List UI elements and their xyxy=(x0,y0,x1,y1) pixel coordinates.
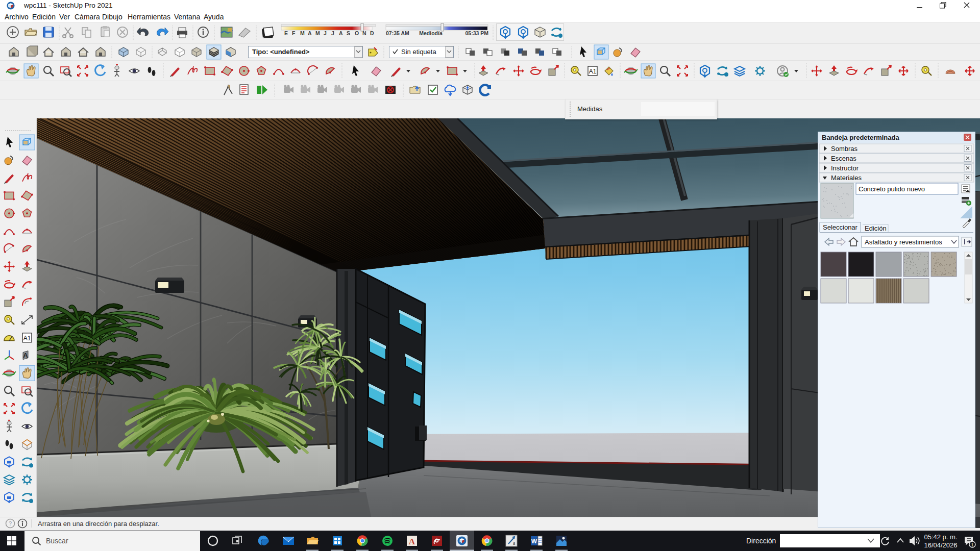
svg-text:05:33 PM: 05:33 PM xyxy=(465,30,488,36)
svg-text:M: M xyxy=(315,30,320,36)
svg-text:A1: A1 xyxy=(589,68,597,75)
svg-text:?: ? xyxy=(9,520,12,527)
svg-text:Arrastra en una dirección para: Arrastra en una dirección para desplazar… xyxy=(38,520,159,528)
svg-text:Bandeja predeterminada: Bandeja predeterminada xyxy=(822,134,899,141)
svg-text:F: F xyxy=(292,30,296,36)
svg-text:J: J xyxy=(324,30,327,36)
svg-text:Tipo: <undefined>: Tipo: <undefined> xyxy=(252,48,310,56)
svg-text:1: 1 xyxy=(971,542,973,547)
svg-text:Mediodía: Mediodía xyxy=(419,30,443,36)
svg-text:Seleccionar: Seleccionar xyxy=(823,223,858,231)
svg-text:Escenas: Escenas xyxy=(831,155,856,162)
svg-text:Edición: Edición xyxy=(865,224,887,232)
svg-text:A: A xyxy=(339,30,343,36)
svg-text:Asfaltado y revestimientos: Asfaltado y revestimientos xyxy=(865,238,942,246)
svg-text:O: O xyxy=(355,30,359,36)
svg-text:Instructor: Instructor xyxy=(831,164,859,172)
svg-text:8: 8 xyxy=(513,541,516,546)
svg-text:N: N xyxy=(362,30,366,36)
svg-text:16/04/2026: 16/04/2026 xyxy=(924,541,957,549)
svg-text:07:35 AM: 07:35 AM xyxy=(386,30,409,36)
svg-text:S: S xyxy=(347,30,350,36)
svg-text:Materiales: Materiales xyxy=(831,174,862,182)
svg-text:Dirección: Dirección xyxy=(746,537,776,545)
svg-text:Sin etiqueta: Sin etiqueta xyxy=(401,48,436,56)
svg-text:E: E xyxy=(284,30,288,36)
svg-text:D: D xyxy=(370,30,374,36)
svg-text:Concreto pulido nuevo: Concreto pulido nuevo xyxy=(859,185,925,193)
svg-text:A: A xyxy=(23,352,28,359)
svg-text:W: W xyxy=(531,538,537,545)
svg-text:A: A xyxy=(409,537,415,546)
svg-text:A: A xyxy=(308,30,312,36)
svg-text:A1: A1 xyxy=(23,335,31,342)
svg-text:05:42 p. m.: 05:42 p. m. xyxy=(924,533,957,541)
svg-text:M: M xyxy=(300,30,305,36)
svg-text:J: J xyxy=(331,30,334,36)
svg-text:Buscar: Buscar xyxy=(46,537,68,545)
svg-text:Sombras: Sombras xyxy=(831,145,858,153)
